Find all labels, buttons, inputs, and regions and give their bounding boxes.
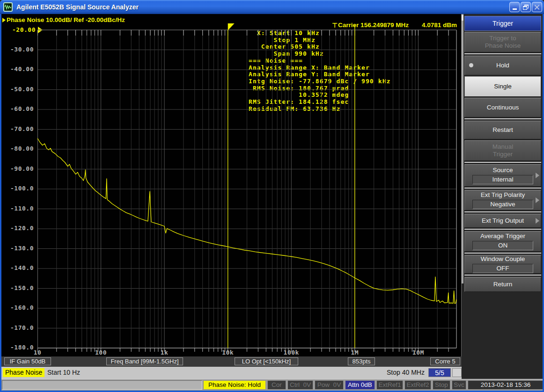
instrument-status-bar: Phase Noise: HoldCorCtrl 0VPow 0VAttn 0d… [0, 379, 544, 391]
status-led-cor: Cor [267, 380, 286, 390]
y-axis-tick-label: -160.0 [6, 304, 34, 311]
softkey-continuous[interactable]: Continuous [464, 98, 541, 117]
y-axis-tick-label: -170.0 [6, 324, 34, 331]
panel-divider [462, 14, 463, 283]
status-led-pow-0v: Pow 0V [315, 380, 344, 390]
minimize-icon [513, 8, 517, 10]
y-axis-tick-label: -150.0 [6, 284, 34, 291]
status-led-extref1: ExtRef1 [376, 380, 403, 390]
y-axis-tick-label: -90.00 [6, 165, 34, 172]
application-window: Agilent E5052B Signal Source Analyzer Ph… [0, 0, 544, 392]
menu-separator [464, 211, 541, 212]
status-led-phase-noise-hold: Phase Noise: Hold [203, 380, 266, 390]
menu-separator [464, 253, 541, 254]
status-led-items: Phase Noise: HoldCorCtrl 0VPow 0VAttn 0d… [203, 380, 544, 390]
page-badge: 5/5 [428, 368, 451, 377]
status-led-stop: Stop [433, 380, 450, 390]
band-marker-flag-icon[interactable] [228, 23, 235, 30]
softkey-single[interactable]: Single [464, 76, 541, 97]
softkey-label: Hold [496, 62, 509, 69]
y-axis-tick-label: -70.00 [6, 125, 34, 132]
sweep-stop-label: Stop 40 MHz [387, 368, 425, 377]
menu-separator [464, 188, 541, 189]
phase-noise-plot [37, 23, 457, 353]
close-button [532, 2, 542, 12]
softkey-ext-trig-output[interactable]: Ext Trig Output [464, 214, 541, 228]
menu-separator [464, 229, 541, 230]
title-bar: Agilent E5052B Signal Source Analyzer [0, 0, 544, 14]
status-led-svc: Svc [452, 380, 466, 390]
y-axis-tick-label: -50.00 [6, 86, 34, 93]
softkey-label: Source [493, 167, 513, 174]
y-axis-tick-label: -100.0 [6, 185, 34, 192]
app-icon [3, 2, 13, 12]
restore-icon [523, 5, 529, 10]
y-axis-tick-label: -30.00 [6, 46, 34, 53]
y-axis-tick-label: -140.0 [6, 264, 34, 271]
y-axis-tick-label: -60.00 [6, 105, 34, 112]
window-border-left [0, 14, 1, 391]
softkey-label: Ext Trig Output [482, 217, 524, 225]
hold-active-bullet-icon [469, 63, 473, 67]
menu-separator [464, 53, 541, 54]
submenu-arrow-icon [536, 218, 539, 224]
y-axis-tick-label: -110.0 [6, 205, 34, 212]
softkey-label: Manual Trigger [493, 143, 513, 158]
softkey-label: Ext Trig Polarity [481, 191, 525, 199]
softkey-value: Internal [472, 175, 533, 184]
softkey-label: Restart [493, 126, 513, 134]
submenu-arrow-icon [536, 173, 539, 178]
softkey-label: Average Trigger [480, 232, 525, 240]
softkey-manual-trigger: Manual Trigger [464, 140, 541, 161]
close-icon [534, 4, 540, 10]
softkey-panel: Trigger Trigger to Phase NoiseHoldSingle… [462, 14, 543, 379]
softkey-value: Negative [472, 200, 533, 209]
y-axis-tick-label: -80.00 [6, 145, 34, 152]
sweep-status-bar: Phase Noise Start 10 Hz Stop 40 MHz 5/5 [1, 367, 462, 379]
softkey-label: Window Couple [481, 255, 525, 263]
softkey-label: Return [493, 281, 513, 288]
y-axis-tick-label: -40.00 [6, 65, 34, 73]
window-title: Agilent E5052B Signal Source Analyzer [16, 3, 139, 11]
status-led-ctrl-0v: Ctrl 0V [287, 380, 313, 390]
softkey-label: Trigger to Phase Noise [485, 35, 521, 50]
status-led-attn-0db: Attn 0dB [345, 380, 375, 390]
menu-separator [464, 275, 541, 276]
softkey-window-couple[interactable]: Window CoupleOFF [464, 255, 541, 274]
status-indicator-if-gain-50db: IF Gain 50dB [4, 357, 51, 365]
softkey-menu: Trigger Trigger to Phase NoiseHoldSingle… [464, 16, 541, 293]
measurement-status-bar: IF Gain 50dBFreq Band [99M-1.5GHz]LO Opt… [1, 356, 462, 367]
menu-separator [464, 118, 541, 119]
softkey-ext-trig-polarity[interactable]: Ext Trig PolarityNegative [464, 190, 541, 211]
status-indicator-853pts: 853pts [348, 357, 375, 365]
status-indicator-lo-opt-150khz: LO Opt [<150kHz] [235, 357, 298, 365]
minimize-button[interactable] [509, 2, 520, 12]
softkey-trigger-to-phase-noise: Trigger to Phase Noise [464, 32, 541, 52]
status-led-2013-02-18-15-36: 2013-02-18 15:36 [468, 380, 544, 390]
menu-separator [464, 162, 541, 163]
softkey-return[interactable]: Return [464, 277, 541, 292]
softkey-label: Continuous [487, 104, 519, 111]
menu-title: Trigger [464, 16, 541, 31]
status-led-extref2: ExtRef2 [404, 380, 431, 390]
y-axis-tick-label: -120.0 [6, 225, 34, 232]
window-controls [509, 2, 542, 12]
softkey-restart[interactable]: Restart [464, 121, 541, 139]
submenu-arrow-icon [536, 197, 539, 203]
softkey-hold[interactable]: Hold [464, 56, 541, 75]
waveform-icon [5, 4, 11, 10]
trace-scale-label: Phase Noise 10.00dB/ Ref -20.00dBc/Hz [7, 16, 125, 23]
softkey-label: Single [494, 83, 512, 90]
page-end-box [452, 368, 462, 377]
status-indicator-corre-5: Corre 5 [430, 357, 460, 365]
softkey-source[interactable]: SourceInternal [464, 164, 541, 187]
sweep-start-label: Start 10 Hz [47, 368, 80, 377]
trace-marker-icon [2, 18, 6, 22]
y-axis-tick-label: -130.0 [6, 245, 34, 252]
softkey-value: OFF [472, 264, 533, 273]
restore-button[interactable] [521, 2, 531, 12]
status-indicator-freq-band-99m-1-5ghz: Freq Band [99M-1.5GHz] [106, 357, 183, 365]
ref-level-value: -20.00 [12, 26, 36, 33]
softkey-average-trigger[interactable]: Average TriggerON [464, 231, 541, 252]
softkey-value: ON [472, 241, 533, 250]
